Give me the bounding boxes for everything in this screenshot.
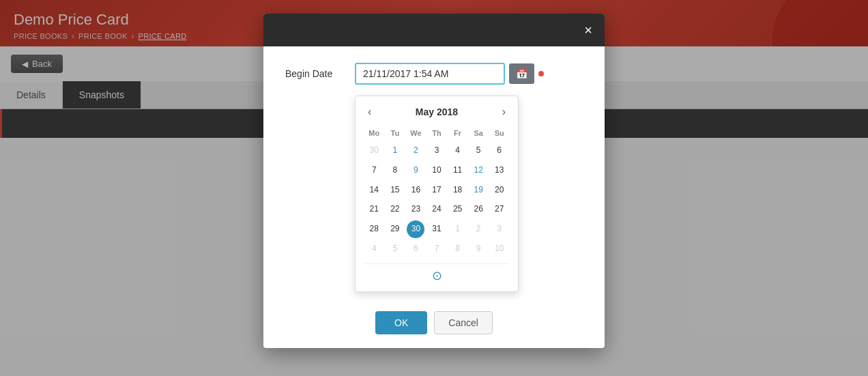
modal-body: Begin Date 📅 ‹ May 2018 ›	[263, 46, 605, 303]
day-header-sa: Sa	[468, 126, 489, 140]
datepicker-grid: Mo Tu We Th Fr Sa Su 30 1 2 3 4 5 6	[364, 126, 510, 258]
dp-cell[interactable]: 2	[468, 220, 489, 238]
dp-cell[interactable]: 1	[385, 141, 406, 160]
dp-cell[interactable]: 10	[426, 161, 448, 179]
dp-cell[interactable]: 10	[489, 240, 510, 258]
datepicker: ‹ May 2018 › Mo Tu We Th Fr Sa Su 30 1	[355, 96, 519, 292]
dp-cell[interactable]: 8	[447, 240, 468, 258]
dp-cell[interactable]: 3	[489, 220, 510, 238]
day-header-tu: Tu	[385, 126, 406, 140]
datepicker-month-year: May 2018	[416, 106, 458, 117]
day-header-mo: Mo	[364, 126, 385, 140]
dp-cell[interactable]: 2	[405, 141, 426, 160]
dp-cell[interactable]: 28	[364, 220, 385, 238]
datepicker-footer: ⊙	[364, 263, 510, 283]
datepicker-header: ‹ May 2018 ›	[364, 104, 510, 119]
dp-cell[interactable]: 25	[447, 200, 468, 218]
calendar-icon: 📅	[516, 68, 527, 79]
dp-cell[interactable]: 15	[385, 181, 406, 199]
dp-cell-today[interactable]: 30	[407, 220, 424, 238]
dp-cell[interactable]: 12	[468, 161, 489, 179]
dp-cell[interactable]: 8	[385, 161, 406, 179]
dp-cell[interactable]: 5	[385, 240, 406, 258]
dp-cell[interactable]: 6	[405, 240, 426, 258]
dp-cell[interactable]: 9	[468, 240, 489, 258]
dp-cell[interactable]: 14	[364, 181, 385, 199]
begin-date-label: Begin Date	[285, 68, 347, 79]
dp-cell[interactable]: 7	[364, 161, 385, 179]
dp-cell[interactable]: 18	[447, 181, 468, 199]
dp-cell[interactable]: 23	[405, 200, 426, 218]
dp-cell[interactable]: 22	[385, 200, 406, 218]
dp-cell[interactable]: 31	[426, 220, 448, 238]
dp-cell[interactable]: 17	[426, 181, 448, 199]
begin-date-row: Begin Date 📅	[285, 63, 583, 85]
dp-cell[interactable]: 27	[489, 200, 510, 218]
required-indicator	[538, 71, 544, 76]
modal-footer: OK Cancel	[263, 303, 605, 348]
dp-cell[interactable]: 20	[489, 181, 510, 199]
dp-cell[interactable]: 21	[364, 200, 385, 218]
dp-cell[interactable]: 29	[385, 220, 406, 238]
ok-button[interactable]: OK	[375, 311, 427, 334]
modal-close-button[interactable]: ×	[584, 23, 592, 37]
dp-cell[interactable]: 30	[364, 141, 385, 160]
day-header-th: Th	[426, 126, 448, 140]
datepicker-next-button[interactable]: ›	[498, 104, 510, 119]
dp-cell[interactable]: 16	[405, 181, 426, 199]
dp-cell[interactable]: 13	[489, 161, 510, 179]
dp-cell[interactable]: 7	[426, 240, 448, 258]
dp-cell[interactable]: 11	[447, 161, 468, 179]
dp-cell[interactable]: 5	[468, 141, 489, 160]
dp-cell[interactable]: 19	[468, 181, 489, 199]
dp-cell[interactable]: 24	[426, 200, 448, 218]
day-header-fr: Fr	[447, 126, 468, 140]
datepicker-prev-button[interactable]: ‹	[364, 104, 375, 119]
dp-cell[interactable]: 6	[489, 141, 510, 160]
clock-icon[interactable]: ⊙	[432, 268, 442, 283]
dp-cell[interactable]: 1	[447, 220, 468, 238]
dp-cell[interactable]: 9	[405, 161, 426, 179]
modal: × Begin Date 📅 ‹ May 2018 ›	[263, 14, 605, 348]
dp-cell[interactable]: 4	[447, 141, 468, 160]
modal-header: ×	[263, 14, 605, 46]
day-header-we: We	[405, 126, 426, 140]
begin-date-input-group: 📅	[355, 63, 544, 85]
dp-cell[interactable]: 3	[426, 141, 448, 160]
cancel-button[interactable]: Cancel	[434, 311, 493, 334]
calendar-toggle-button[interactable]: 📅	[509, 63, 534, 84]
modal-overlay: × Begin Date 📅 ‹ May 2018 ›	[0, 0, 868, 360]
day-header-su: Su	[489, 126, 510, 140]
dp-cell[interactable]: 4	[364, 240, 385, 258]
dp-cell[interactable]: 26	[468, 200, 489, 218]
begin-date-input[interactable]	[355, 63, 505, 85]
